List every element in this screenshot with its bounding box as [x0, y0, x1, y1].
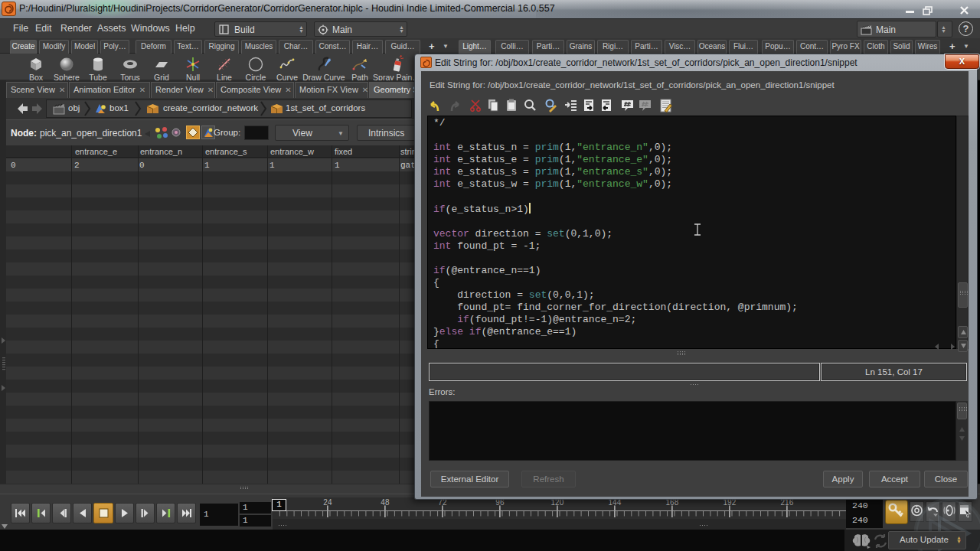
svg-text:24: 24 — [323, 498, 332, 507]
svg-text:48: 48 — [381, 498, 390, 507]
